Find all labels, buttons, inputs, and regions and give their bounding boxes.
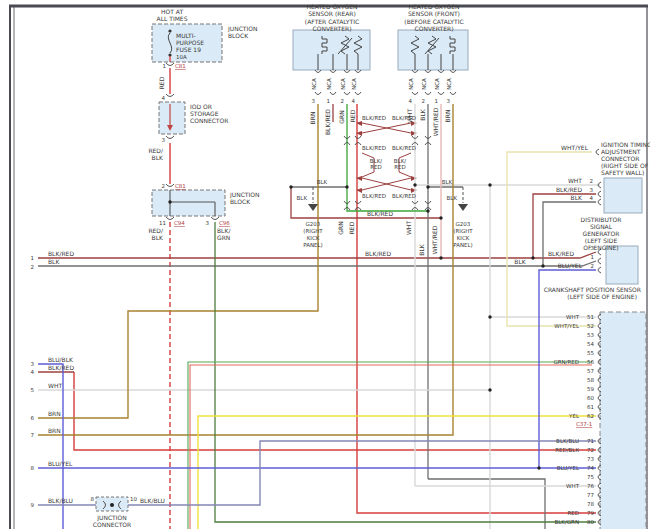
wiring-diagram-page: HOT AT ALL TIMES JUNCTION BLOCK MULTI- P… — [0, 0, 650, 529]
wire-color-label: BLK/RED — [324, 109, 331, 135]
svg-text:BLOCK: BLOCK — [230, 198, 251, 205]
wire-label: BLK/RED — [548, 250, 574, 257]
ecu-pin-number: 75 — [587, 474, 594, 480]
wire-color-label: BRN — [309, 112, 316, 125]
ecu-pin-number: 60 — [587, 395, 594, 401]
iod-label: IOD OR — [190, 103, 212, 110]
front-o2-sensor-box — [398, 30, 468, 70]
svg-text:BLK: BLK — [152, 234, 164, 241]
pin-number: 8 — [91, 496, 95, 502]
svg-text:SENSOR (REAR): SENSOR (REAR) — [308, 10, 356, 17]
pin-number: 3 — [162, 137, 166, 143]
svg-text:GRN: GRN — [217, 234, 230, 241]
wire-label: BLK/RED — [556, 186, 582, 193]
wire-label: BLU/YEL — [558, 262, 583, 269]
ground-wire-label: BLK — [447, 195, 458, 201]
crossover-label: BLK/RED — [362, 145, 386, 151]
ecu-pin-wire-label: WHT/YEL — [554, 323, 580, 329]
ecu-pin-number: 58 — [587, 377, 594, 383]
svg-text:CONNECTOR: CONNECTOR — [601, 155, 639, 162]
wire-color-label: RED — [349, 109, 356, 122]
row-number: 7 — [31, 432, 35, 438]
svg-text:BLK: BLK — [152, 154, 164, 161]
ecu-pin-number: 59 — [587, 386, 594, 392]
wire-label: BLK/RED — [365, 250, 391, 257]
ignition-connector-title: IGNITION TIMING — [601, 141, 650, 148]
junction-block-2-box — [152, 190, 225, 216]
ecu-pin-number: 53 — [587, 332, 594, 338]
pin-number: 2 — [422, 98, 426, 104]
wire-color-label: WHT/RED — [432, 107, 439, 136]
row-label: BLK — [48, 258, 60, 265]
pin-number: 3 — [591, 245, 595, 251]
wire-color-label: GRN — [338, 110, 345, 123]
pin-number: 3 — [590, 187, 594, 193]
svg-text:CONNECTOR: CONNECTOR — [190, 117, 228, 124]
ecu-pin-wire-label: WHT — [566, 314, 580, 320]
ecu-pin-number: 73 — [587, 456, 594, 462]
connector-ref-c81: C81 — [175, 63, 186, 69]
yellow-wires — [198, 416, 596, 529]
ecu-pin-number: 57 — [587, 368, 594, 374]
row-number: 4 — [31, 369, 35, 375]
ground-wire-label: BLK — [297, 195, 308, 201]
wiring-diagram-svg: HOT AT ALL TIMES JUNCTION BLOCK MULTI- P… — [0, 0, 650, 529]
ecu-pin-wire-label: RED — [567, 510, 579, 516]
nca-label: NCA — [351, 78, 357, 90]
svg-text:(RIGHT: (RIGHT — [453, 228, 473, 234]
crank-sensor-box — [606, 246, 638, 284]
ecu-pin-number: 77 — [587, 492, 594, 498]
wire-label-blk-grn: BLK/ — [217, 227, 231, 234]
ecu-pin-wire-label: YEL — [568, 413, 580, 419]
iod-connector-box — [159, 102, 185, 134]
crossover-label: BLK/RED — [392, 193, 416, 199]
wire-color-label: WHT/RED — [431, 225, 438, 254]
svg-text:SIGNAL: SIGNAL — [590, 223, 613, 230]
wire-label: BLK — [571, 194, 583, 201]
ecu-pin-list: 51WHT52WHT/YEL53545556GRN/RED57585960616… — [553, 314, 601, 525]
crossover-label: BLK/RED — [362, 115, 386, 121]
crossover-arrowheads — [356, 121, 417, 193]
row-label: BRN — [48, 410, 61, 417]
row-label: BLK/RED — [48, 364, 74, 371]
pin-number: 2 — [590, 178, 594, 184]
row-number: 2 — [31, 264, 35, 270]
row-number: 6 — [31, 415, 35, 421]
svg-text:PANEL): PANEL) — [303, 242, 323, 248]
svg-text:(BEFORE CATALYTIC: (BEFORE CATALYTIC — [404, 18, 463, 25]
ecu-pin-number: 52 — [587, 323, 594, 329]
pin-number: 3 — [312, 98, 316, 104]
ground-icon — [458, 204, 468, 211]
pin-number: 4 — [409, 98, 413, 104]
row-label: BLK/BLU — [48, 497, 73, 504]
pin-number: 1 — [163, 63, 167, 69]
svg-text:STORAGE: STORAGE — [190, 110, 219, 117]
row-number: 1 — [31, 255, 35, 261]
row-number: 8 — [31, 465, 35, 471]
component-boxes — [96, 24, 646, 529]
pin-number: 3 — [447, 98, 451, 104]
connector-ref-c94: C94 — [174, 220, 185, 226]
row-label: WHT — [48, 382, 62, 389]
row-label: BLK/RED — [48, 250, 74, 257]
ground-wire-label: BLK — [317, 179, 328, 185]
wire-label-red: RED — [158, 76, 165, 89]
wire-label: BLK/RED — [367, 210, 393, 217]
ecu-pin-number: 80 — [587, 519, 594, 525]
wire-color-label: WHT — [405, 221, 412, 235]
pin-number: 1 — [327, 98, 331, 104]
wire-color-label: RED — [348, 221, 355, 234]
ground-wire-label: BLK — [442, 179, 453, 185]
wire-color-label: GRN — [337, 221, 344, 234]
green-red-pair-wire — [188, 362, 592, 529]
connector-ref-c81b: C81 — [175, 183, 186, 189]
ecu-pin-number: 62 — [587, 413, 594, 419]
wire-label: WHT — [568, 177, 582, 184]
pin-number: 2 — [341, 98, 345, 104]
svg-text:PURPOSE: PURPOSE — [176, 39, 204, 46]
pin-number: 10 — [130, 496, 137, 502]
pin-number: 3 — [206, 220, 210, 226]
ecu-pin-wire-label: GRN/RED — [553, 359, 579, 365]
ecu-pin-wire-label: WHT — [566, 483, 580, 489]
red-wires — [74, 68, 596, 529]
